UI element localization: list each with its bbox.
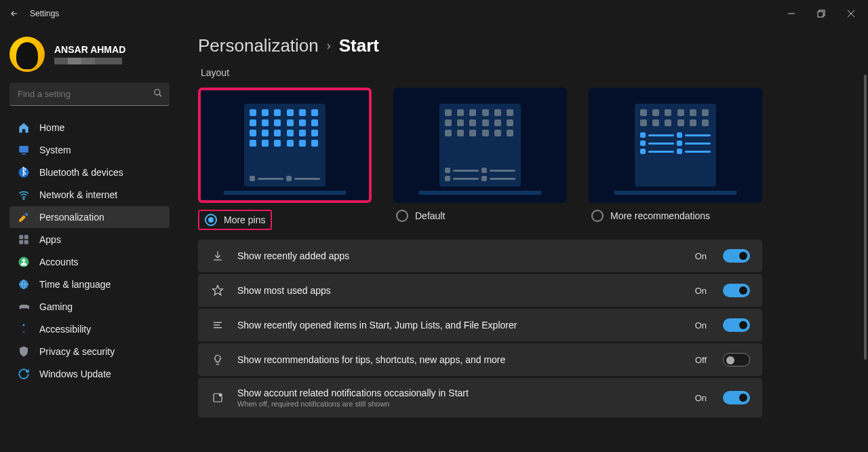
svg-line-6 xyxy=(159,94,162,97)
setting-title: Show account related notifications occas… xyxy=(237,388,683,398)
svg-point-9 xyxy=(19,168,29,178)
setting-title: Show recommendations for tips, shortcuts… xyxy=(237,354,683,365)
setting-state: On xyxy=(695,251,707,261)
svg-rect-11 xyxy=(19,235,23,239)
sidebar-item-time-language[interactable]: Time & language xyxy=(9,274,170,295)
svg-point-18 xyxy=(23,324,25,326)
sidebar-item-gaming[interactable]: Gaming xyxy=(9,296,170,318)
setting-row-1: Show most used apps On xyxy=(198,274,762,307)
sidebar-nav: HomeSystemBluetooth & devicesNetwork & i… xyxy=(9,117,170,385)
maximize-button[interactable] xyxy=(812,5,830,22)
radio-button[interactable] xyxy=(205,214,217,226)
download-icon xyxy=(210,250,225,262)
sidebar-item-label: Accessibility xyxy=(39,324,91,335)
search-icon xyxy=(153,88,163,98)
svg-point-16 xyxy=(22,259,26,263)
svg-rect-13 xyxy=(19,240,23,244)
setting-text: Show recommendations for tips, shortcuts… xyxy=(237,354,683,365)
layout-option-default[interactable]: Default xyxy=(393,88,567,230)
layout-radio-row[interactable]: Default xyxy=(393,210,567,222)
svg-point-10 xyxy=(23,198,24,200)
setting-row-0: Show recently added apps On xyxy=(198,240,762,272)
time-language-icon xyxy=(18,278,30,290)
system-icon xyxy=(18,144,30,156)
sidebar-item-personalization[interactable]: Personalization xyxy=(9,206,170,228)
svg-point-5 xyxy=(155,90,160,95)
search-input[interactable] xyxy=(9,83,170,106)
user-subline xyxy=(54,58,122,64)
sidebar-item-label: Windows Update xyxy=(39,369,111,379)
titlebar: Settings xyxy=(0,0,868,27)
breadcrumb-parent[interactable]: Personalization xyxy=(198,35,319,56)
layout-radio-label: More recommendations xyxy=(610,210,710,221)
sidebar-item-label: Gaming xyxy=(39,301,73,312)
toggle-switch[interactable] xyxy=(723,318,750,332)
layout-thumb xyxy=(393,88,567,203)
setting-title: Show recently added apps xyxy=(237,250,683,261)
sidebar-item-label: System xyxy=(39,145,71,155)
setting-row-2: Show recently opened items in Start, Jum… xyxy=(198,309,762,341)
sidebar-item-home[interactable]: Home xyxy=(9,117,170,138)
close-button[interactable] xyxy=(842,5,860,22)
layout-option-more-recommendations[interactable]: More recommendations xyxy=(589,88,762,230)
sidebar-item-accounts[interactable]: Accounts xyxy=(9,251,170,273)
setting-row-3: Show recommendations for tips, shortcuts… xyxy=(198,343,762,376)
scrollbar[interactable] xyxy=(864,75,867,360)
wifi-icon xyxy=(18,189,30,201)
bluetooth-icon xyxy=(18,166,30,178)
setting-title: Show most used apps xyxy=(237,285,683,296)
back-button[interactable] xyxy=(8,7,20,20)
setting-state: On xyxy=(695,320,707,331)
layout-thumb xyxy=(589,88,762,203)
content: Personalization › Start Layout More pins… xyxy=(178,27,868,452)
user-profile[interactable]: ANSAR AHMAD xyxy=(9,37,170,72)
sidebar-item-windows-update[interactable]: Windows Update xyxy=(9,363,170,385)
sidebar-item-apps[interactable]: Apps xyxy=(9,229,170,250)
user-name: ANSAR AHMAD xyxy=(54,44,125,55)
setting-state: On xyxy=(695,286,707,296)
setting-text: Show account related notifications occas… xyxy=(237,388,683,408)
setting-text: Show recently opened items in Start, Jum… xyxy=(237,320,683,331)
minimize-button[interactable] xyxy=(783,5,800,22)
sidebar-item-system[interactable]: System xyxy=(9,139,170,161)
layout-radio-label: Default xyxy=(415,210,445,221)
toggle-switch[interactable] xyxy=(723,391,750,404)
toggle-switch[interactable] xyxy=(723,284,750,297)
svg-rect-8 xyxy=(22,153,26,155)
svg-rect-2 xyxy=(818,12,823,17)
toggle-switch[interactable] xyxy=(723,353,750,366)
breadcrumb-current: Start xyxy=(339,35,379,56)
privacy-icon xyxy=(18,345,30,358)
search-box[interactable] xyxy=(9,83,170,106)
layout-radio-row[interactable]: More pins xyxy=(198,210,272,230)
toggle-switch[interactable] xyxy=(723,249,750,263)
radio-button[interactable] xyxy=(591,210,604,222)
settings-list: Show recently added apps On Show most us… xyxy=(198,240,762,417)
svg-point-24 xyxy=(219,394,221,396)
list-icon xyxy=(210,319,225,331)
svg-rect-12 xyxy=(24,235,28,239)
sidebar-item-bluetooth-devices[interactable]: Bluetooth & devices xyxy=(9,162,170,183)
svg-marker-19 xyxy=(213,286,223,295)
setting-row-4: Show account related notifications occas… xyxy=(198,378,762,417)
layout-option-more-pins[interactable]: More pins xyxy=(198,88,372,230)
sidebar-item-label: Time & language xyxy=(39,279,111,290)
sidebar-item-network-internet[interactable]: Network & internet xyxy=(9,184,170,206)
layout-radio-row[interactable]: More recommendations xyxy=(589,210,762,222)
home-icon xyxy=(18,121,30,134)
bulb-icon xyxy=(210,354,225,366)
sidebar-item-privacy-security[interactable]: Privacy & security xyxy=(9,341,170,362)
apps-icon xyxy=(18,233,30,246)
layout-radio-label: More pins xyxy=(224,214,265,225)
svg-rect-14 xyxy=(24,240,28,244)
personalization-icon xyxy=(18,211,30,223)
sidebar-item-label: Accounts xyxy=(39,257,79,267)
setting-text: Show recently added apps xyxy=(237,250,683,261)
sidebar-item-accessibility[interactable]: Accessibility xyxy=(9,318,170,340)
setting-state: On xyxy=(695,393,707,403)
sidebar: ANSAR AHMAD HomeSystemBluetooth & device… xyxy=(0,27,178,452)
sidebar-item-label: Privacy & security xyxy=(39,346,115,357)
breadcrumb: Personalization › Start xyxy=(198,35,848,56)
radio-button[interactable] xyxy=(396,210,408,222)
window-title: Settings xyxy=(30,9,59,18)
